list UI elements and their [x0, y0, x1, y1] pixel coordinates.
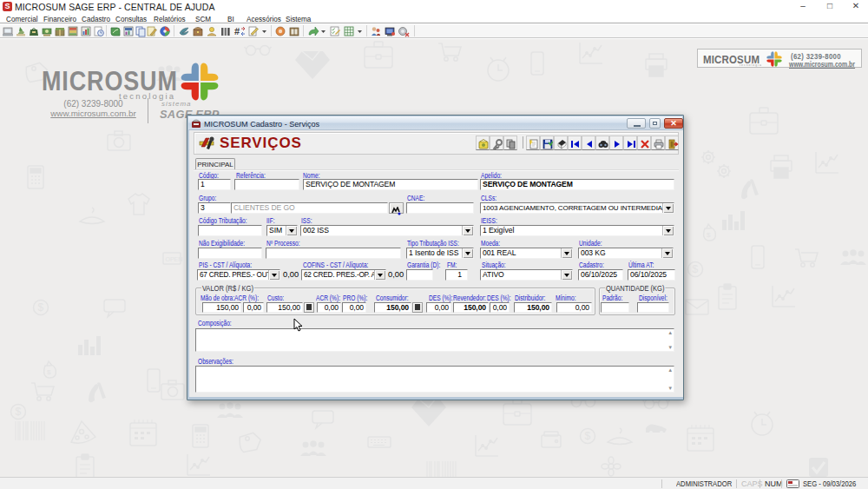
- svg-text:#: #: [234, 26, 240, 36]
